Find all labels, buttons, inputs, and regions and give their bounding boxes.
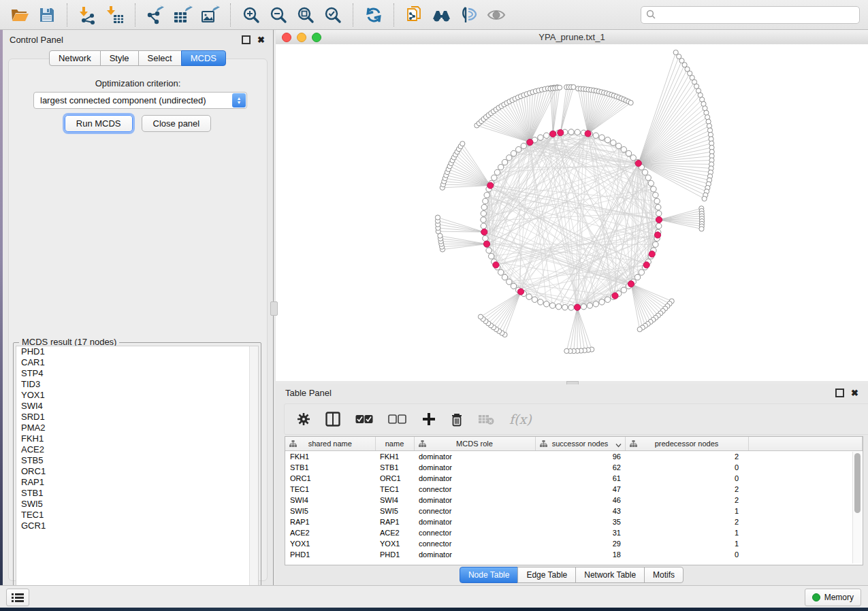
mcds-result-item[interactable]: CAR1 [16, 357, 258, 368]
mcds-result-scrollbar[interactable] [249, 346, 258, 591]
table-cell[interactable]: 62 [535, 462, 625, 473]
save-session-icon[interactable] [35, 4, 59, 26]
hide-graphics-details-icon[interactable] [457, 4, 481, 26]
float-table-panel-icon[interactable] [835, 389, 844, 397]
table-cell[interactable]: 35 [535, 516, 625, 527]
table-cell[interactable]: 18 [535, 549, 625, 560]
mcds-result-item[interactable]: SWI4 [16, 401, 258, 412]
table-row[interactable]: PHD1PHD1dominator180 [285, 549, 863, 560]
table-scrollbar-track[interactable] [852, 452, 862, 563]
table-cell[interactable]: 96 [535, 451, 625, 463]
mcds-result-item[interactable]: SWI5 [16, 499, 258, 510]
column-header-mcds-role[interactable]: MCDS role [414, 437, 535, 451]
optimization-criterion-select[interactable]: largest connected component (undirected)… [33, 92, 247, 109]
memory-button[interactable]: Memory [805, 589, 861, 606]
network-window-titlebar[interactable]: YPA_prune.txt_1 [276, 30, 868, 45]
network-graph-canvas[interactable] [276, 44, 868, 381]
select-all-checkboxes-icon[interactable] [355, 414, 373, 424]
table-cell[interactable] [748, 506, 863, 516]
column-header-successor-nodes[interactable]: successor nodes [535, 437, 625, 451]
table-cell[interactable]: connector [414, 484, 535, 495]
delete-columns-icon[interactable] [451, 412, 463, 427]
table-cell[interactable]: 2 [625, 451, 748, 463]
zoom-out-icon[interactable] [267, 4, 290, 26]
table-cell[interactable]: TEC1 [285, 484, 375, 495]
table-cell[interactable]: ACE2 [375, 527, 414, 538]
mcds-result-item[interactable]: PHD1 [16, 346, 258, 357]
table-cell[interactable]: ORC1 [285, 473, 375, 484]
run-mcds-button[interactable]: Run MCDS [65, 115, 133, 132]
import-table-icon[interactable] [103, 4, 127, 26]
table-cell[interactable]: 46 [535, 495, 625, 506]
table-cell[interactable]: SWI4 [375, 495, 414, 506]
table-row[interactable]: ORC1ORC1dominator610 [285, 473, 863, 484]
delete-table-icon[interactable] [478, 414, 494, 425]
export-network-icon[interactable] [144, 4, 167, 26]
table-cell[interactable]: 2 [625, 516, 748, 527]
table-cell[interactable] [748, 516, 863, 527]
table-cell[interactable]: PHD1 [285, 549, 375, 560]
table-cell[interactable]: dominator [414, 495, 535, 506]
table-row[interactable]: ACE2ACE2connector311 [285, 527, 863, 538]
tab-mcds[interactable]: MCDS [181, 50, 226, 66]
tab-edge-table[interactable]: Edge Table [517, 567, 576, 583]
table-cell[interactable]: RAP1 [375, 516, 414, 527]
mcds-result-item[interactable]: RAP1 [16, 477, 258, 488]
table-cell[interactable]: dominator [414, 473, 535, 484]
table-cell[interactable]: RAP1 [285, 516, 375, 527]
table-settings-gear-icon[interactable] [297, 412, 310, 426]
table-cell[interactable] [748, 538, 863, 549]
mcds-result-item[interactable]: STB1 [16, 488, 258, 499]
table-cell[interactable]: SWI5 [375, 506, 414, 516]
table-row[interactable]: SWI4SWI4dominator462 [285, 495, 863, 506]
table-cell[interactable] [748, 473, 863, 484]
tab-network-table[interactable]: Network Table [575, 567, 645, 583]
table-cell[interactable]: connector [414, 527, 535, 538]
close-panel-icon[interactable]: ✖ [257, 37, 265, 43]
table-cell[interactable]: SWI4 [285, 495, 375, 506]
tab-select[interactable]: Select [138, 50, 182, 66]
table-row[interactable]: RAP1RAP1dominator352 [285, 516, 863, 527]
table-cell[interactable]: dominator [414, 516, 535, 527]
table-cell[interactable]: PHD1 [375, 549, 414, 560]
table-cell[interactable]: 2 [625, 495, 748, 506]
column-header-name[interactable]: name [375, 437, 414, 451]
table-cell[interactable]: YOX1 [375, 538, 414, 549]
table-cell[interactable]: 0 [625, 473, 748, 484]
table-cell[interactable] [748, 451, 863, 463]
table-cell[interactable]: STB1 [285, 462, 375, 473]
vertical-splitter-handle[interactable] [270, 301, 278, 316]
table-cell[interactable]: dominator [414, 549, 535, 560]
table-cell[interactable]: dominator [414, 462, 535, 473]
create-new-column-icon[interactable] [422, 412, 436, 426]
show-column-panel-icon[interactable] [325, 412, 340, 427]
zoom-fit-content-icon[interactable] [294, 4, 317, 26]
table-row[interactable]: TEC1TEC1connector472 [285, 484, 863, 495]
table-cell[interactable]: dominator [414, 451, 535, 463]
table-cell[interactable]: FKH1 [285, 451, 375, 463]
table-cell[interactable]: TEC1 [375, 484, 414, 495]
mcds-result-item[interactable]: STB5 [16, 455, 258, 466]
table-cell[interactable]: 0 [625, 462, 748, 473]
export-image-icon[interactable] [199, 4, 222, 26]
table-scrollbar-thumb[interactable] [854, 453, 861, 513]
show-graphics-details-icon[interactable] [485, 4, 508, 26]
deselect-all-checkboxes-icon[interactable] [388, 414, 407, 424]
table-cell[interactable] [748, 484, 863, 495]
tab-network[interactable]: Network [49, 50, 101, 66]
table-cell[interactable]: 43 [535, 506, 625, 516]
task-history-button[interactable] [6, 589, 29, 606]
mcds-result-item[interactable]: SRD1 [16, 412, 258, 423]
table-cell[interactable] [748, 549, 863, 560]
mcds-result-item[interactable]: FKH1 [16, 433, 258, 444]
tab-motifs[interactable]: Motifs [644, 567, 684, 583]
table-cell[interactable]: YOX1 [285, 538, 375, 549]
close-panel-button[interactable]: Close panel [142, 115, 212, 132]
open-file-icon[interactable] [8, 4, 31, 26]
table-cell[interactable]: 31 [535, 527, 625, 538]
mcds-result-item[interactable]: TEC1 [16, 510, 258, 521]
function-builder-icon[interactable]: f(x) [509, 412, 532, 427]
clone-network-icon[interactable] [403, 4, 426, 26]
table-row[interactable]: SWI5SWI5connector431 [285, 506, 863, 516]
table-cell[interactable]: FKH1 [375, 451, 414, 463]
